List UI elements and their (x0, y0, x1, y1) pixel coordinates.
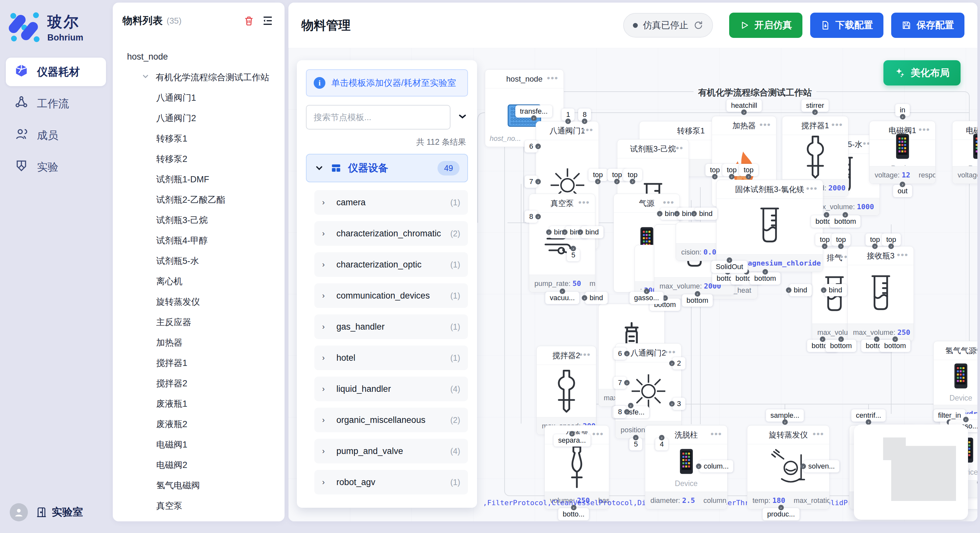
port-chip-top[interactable]: ›top (739, 164, 758, 176)
category-row-characterization_chromatic[interactable]: › characterization_chromatic (2) (314, 221, 468, 246)
tree-item[interactable]: 八通阀门2 (123, 108, 275, 128)
node-menu-icon[interactable]: ••• (579, 349, 591, 360)
port-chip-6[interactable]: ›6 (525, 140, 538, 152)
node-menu-icon[interactable]: ••• (579, 197, 590, 208)
canvas-node-搅拌器2[interactable]: 搅拌器2•••max_speed: 2000 (536, 346, 596, 435)
port-chip-1[interactable]: ›1 (562, 108, 574, 121)
node-menu-icon[interactable]: ••• (663, 197, 675, 208)
port-chip-out[interactable]: ›out (893, 185, 912, 197)
tree-item[interactable]: 八通阀门1 (123, 87, 275, 108)
category-row-organic_miscellaneous[interactable]: › organic_miscellaneous (2) (314, 408, 468, 432)
panel-collapse-chevron-icon[interactable] (457, 111, 468, 124)
port-chip-heatchill[interactable]: ›heatchill (727, 99, 762, 112)
port-chip-bind[interactable]: ›bind (824, 284, 847, 296)
port-chip-stirrer[interactable]: ›stirrer (802, 99, 829, 112)
port-chip-bind[interactable]: ›bind (789, 284, 812, 296)
port-chip-sample...[interactable]: ›sample... (766, 409, 804, 422)
sidebar-item-1[interactable]: 工作流 (6, 89, 106, 118)
sidebar-item-3[interactable]: 实验 (6, 153, 106, 181)
port-chip-vacuu...[interactable]: ›vacuu... (545, 292, 579, 304)
port-chip-produc...[interactable]: ›produc... (762, 508, 800, 520)
category-row-characterization_optic[interactable]: › characterization_optic (1) (314, 252, 468, 277)
port-chip-in[interactable]: ›in (895, 104, 910, 116)
port-chip-2[interactable]: ›2 (673, 357, 686, 370)
port-chip-centrif...[interactable]: ›centrif... (851, 409, 886, 422)
chevron-down-icon[interactable] (141, 72, 156, 82)
port-chip-bottom[interactable]: ›bottom (826, 339, 856, 352)
port-chip-bind[interactable]: ›bind (585, 292, 608, 304)
port-chip-4[interactable]: ›4 (655, 438, 668, 451)
category-row-robot_agv[interactable]: › robot_agv (1) (314, 470, 468, 495)
tree-item[interactable]: 试剂瓶4-甲醇 (123, 230, 275, 251)
canvas-node-固体试剂瓶3-氯化镁[interactable]: 固体试剂瓶3-氯化镁•••agent: magnesium_chlorideph… (716, 180, 823, 272)
node-menu-icon[interactable]: ••• (972, 344, 977, 355)
tree-item[interactable]: 试剂瓶3-己烷 (123, 210, 275, 230)
node-menu-icon[interactable]: ••• (711, 429, 722, 439)
port-chip-solven...[interactable]: ›solven... (804, 460, 839, 473)
graph-canvas[interactable]: 有机化学流程综合测试工作站 host_node•••host_no...转移泵1… (288, 48, 977, 521)
delete-all-button[interactable] (242, 14, 256, 28)
node-menu-icon[interactable]: ••• (897, 250, 908, 260)
tree-item[interactable]: 电磁阀2 (123, 455, 275, 475)
node-menu-icon[interactable]: ••• (665, 347, 676, 357)
port-chip-7[interactable]: ›7 (525, 176, 538, 188)
download-config-button[interactable]: 下载配置 (810, 13, 883, 38)
tree-item[interactable]: 加热器 (123, 332, 275, 353)
port-chip-6[interactable]: ›6 (614, 347, 627, 360)
port-chip-8[interactable]: ›8 (578, 108, 591, 121)
port-chip-colum...[interactable]: ›colum... (699, 460, 733, 473)
port-chip-bottom[interactable]: ›bottom (749, 272, 780, 285)
category-row-pump_and_valve[interactable]: › pump_and_valve (4) (314, 439, 468, 463)
node-menu-icon[interactable]: ••• (919, 124, 930, 135)
tree-item[interactable]: host_node (123, 47, 275, 67)
tree-item[interactable]: 氢气电磁阀 (123, 475, 275, 495)
port-chip-bottom[interactable]: ›bottom (880, 339, 910, 352)
port-chip-transfe...[interactable]: ›transfe... (515, 105, 552, 117)
port-chip-top[interactable]: ›top (705, 164, 725, 176)
port-chip-5[interactable]: ›5 (629, 438, 642, 451)
port-chip-8[interactable]: ›8 (525, 211, 538, 223)
sidebar-item-0[interactable]: 仪器耗材 (6, 58, 106, 86)
tree-item[interactable]: 转移泵2 (123, 149, 275, 169)
port-chip-separa...[interactable]: ›separa... (554, 434, 590, 447)
port-chip-5[interactable]: ›5 (567, 249, 580, 261)
save-config-button[interactable]: 保存配置 (891, 13, 964, 38)
tree-item[interactable]: 真空泵 (123, 495, 275, 516)
node-menu-icon[interactable]: ••• (760, 119, 771, 130)
tree-item[interactable]: 试剂瓶2-乙酸乙酯 (123, 189, 275, 210)
port-chip-7[interactable]: ›7 (614, 377, 627, 389)
node-menu-icon[interactable]: ••• (592, 429, 604, 439)
node-menu-icon[interactable]: ••• (672, 143, 684, 153)
tree-item[interactable]: 废液瓶2 (123, 414, 275, 434)
port-chip-3[interactable]: ›3 (673, 398, 686, 410)
minimap-panel[interactable] (854, 425, 968, 520)
port-chip-gasso...[interactable]: ›gasso... (629, 292, 663, 304)
tree-item[interactable]: 试剂瓶5-水 (123, 251, 275, 271)
canvas-node-电磁阀2[interactable]: 电磁阀2••• Devicevoltage: 12 (952, 121, 977, 184)
canvas-node-真空泵[interactable]: 真空泵•••pump_rate: 50max_vacuum: 0.1 (529, 194, 595, 292)
canvas-node-电磁阀1[interactable]: 电磁阀1••• Devicevoltage: 12response_time: … (869, 121, 935, 184)
category-row-camera[interactable]: › camera (1) (314, 190, 468, 215)
node-menu-icon[interactable]: ••• (813, 429, 824, 439)
category-row-liquid_handler[interactable]: › liquid_handler (4) (314, 377, 468, 401)
port-chip-bind[interactable]: ›bind (695, 208, 717, 220)
category-row-communication_devices[interactable]: › communication_devices (1) (314, 283, 468, 308)
port-chip-top[interactable]: ›top (623, 169, 642, 181)
tree-item[interactable]: 离心机 (123, 271, 275, 292)
canvas-node-接收瓶3[interactable]: 接收瓶3•••max_volume: 250 (848, 246, 914, 341)
port-chip-top[interactable]: ›top (832, 233, 851, 246)
category-group-instruments[interactable]: 仪器设备 49 (306, 154, 468, 182)
category-row-hotel[interactable]: › hotel (1) (314, 346, 468, 370)
port-chip-top[interactable]: ›top (882, 233, 901, 246)
lab-entry[interactable]: 实验室 (36, 505, 83, 519)
category-row-gas_handler[interactable]: › gas_handler (1) (314, 314, 468, 339)
tree-item[interactable]: 转移泵1 (123, 128, 275, 149)
node-menu-icon[interactable]: ••• (547, 73, 558, 83)
tree-item[interactable]: 试剂瓶1-DMF (123, 169, 275, 189)
tree-item[interactable]: 有机化学流程综合测试工作站 (123, 67, 275, 87)
node-menu-icon[interactable]: ••• (806, 183, 818, 194)
tree-item[interactable]: 搅拌器2 (123, 373, 275, 393)
port-chip-bottom[interactable]: ›bottom (830, 215, 861, 228)
start-sim-button[interactable]: 开启仿真 (729, 13, 802, 38)
port-chip-bottom[interactable]: ›bottom (682, 294, 713, 307)
